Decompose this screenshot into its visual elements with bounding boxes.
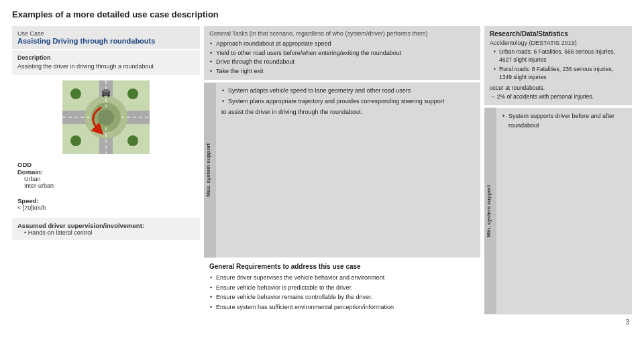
- use-case-label: Use Case: [17, 30, 195, 37]
- description-label: Description: [17, 54, 195, 61]
- research-box: Research/Data/Statistics Accidentology (…: [484, 26, 632, 105]
- use-case-title: Assisting Driving through roundabouts: [17, 37, 195, 45]
- svg-rect-17: [103, 89, 109, 92]
- driver-box: Assumed driver supervision/involvement: …: [12, 218, 200, 240]
- speed-label: Speed:: [17, 197, 195, 204]
- req-bullet-3: Ensure system has sufficient environment…: [209, 302, 475, 312]
- svg-point-15: [70, 135, 81, 146]
- general-req-label: General Requirements to address this use…: [209, 263, 475, 270]
- task-item-3: Take the right exit: [209, 67, 475, 76]
- use-case-box: Use Case Assisting Driving through round…: [12, 26, 200, 49]
- min-system-support-label: Min. system support: [484, 108, 496, 314]
- page-number: 3: [12, 318, 632, 326]
- general-tasks-list: Approach roundabout at appropriate speed…: [209, 40, 475, 76]
- arrow-text: → 2% of accidents with personal injuries…: [490, 93, 627, 101]
- general-tasks-box: General Tasks (in that scenario, regardl…: [204, 26, 480, 80]
- general-req-box: General Requirements to address this use…: [204, 260, 480, 314]
- research-subtitle: Accidentology (DESTATIS 2019): [490, 40, 627, 46]
- odd-title: ODD: [17, 161, 195, 168]
- research-list: Urban roads: 6 Fatalities, 566 serious i…: [490, 48, 627, 82]
- max-support-bullet-0: System adapts vehicle speed to lane geom…: [221, 86, 475, 96]
- research-title: Research/Data/Statistics: [490, 30, 627, 38]
- research-rural: Rural roads: 8 Fatalities, 236 serious i…: [494, 66, 627, 82]
- page-title: Examples of a more detailed use case des…: [12, 9, 632, 19]
- odd-box: ODD Domain: Urban Inter-urban: [12, 161, 200, 189]
- task-item-0: Approach roundabout at appropriate speed: [209, 40, 475, 49]
- max-support-bullet-1: System plans appropriate trajectory and …: [221, 97, 475, 107]
- svg-point-13: [127, 88, 138, 99]
- max-system-support-label: Max. system support: [204, 82, 216, 257]
- req-bullet-2: Ensure vehicle behavior remains controll…: [209, 292, 475, 302]
- main-grid: Use Case Assisting Driving through round…: [12, 26, 632, 314]
- roundabout-diagram: [62, 80, 150, 154]
- assist-text: to assist the driver in driving through …: [221, 109, 475, 115]
- middle-column: General Tasks (in that scenario, regardl…: [204, 26, 480, 314]
- general-tasks-label: General Tasks (in that scenario, regardl…: [209, 30, 475, 37]
- svg-point-14: [127, 135, 138, 146]
- req-bullet-0: Ensure driver supervises the vehicle beh…: [209, 273, 475, 282]
- occur-text: occur at roundabouts.: [490, 84, 627, 93]
- research-text: Urban roads: 6 Fatalities, 566 serious i…: [490, 48, 627, 101]
- min-support-content: System supports driver before and after …: [496, 108, 632, 314]
- min-support-row: Min. system support System supports driv…: [484, 108, 632, 314]
- speed-box: Speed: < [70]km/h: [12, 193, 200, 215]
- speed-value: < [70]km/h: [17, 204, 195, 211]
- max-support-content: System adapts vehicle speed to lane geom…: [216, 82, 480, 257]
- req-bullet-1: Ensure vehicle behavior is predictable t…: [209, 283, 475, 292]
- task-item-1: Yield to other road users before/when en…: [209, 49, 475, 58]
- svg-point-7: [98, 109, 114, 125]
- driver-item-0: • Hands-on lateral control: [17, 229, 195, 236]
- left-column: Use Case Assisting Driving through round…: [12, 26, 200, 314]
- odd-domain-label: Domain:: [17, 168, 195, 176]
- description-box: Description Assisting the driver in driv…: [12, 50, 200, 75]
- task-item-2: Drive through the roundabout: [209, 58, 475, 67]
- svg-point-19: [108, 95, 110, 97]
- svg-point-18: [103, 95, 105, 97]
- research-urban: Urban roads: 6 Fatalities, 566 serious i…: [494, 48, 627, 64]
- svg-point-12: [70, 88, 81, 99]
- description-text: Assisting the driver in driving through …: [17, 62, 195, 71]
- min-support-bullet: System supports driver before and after …: [502, 112, 627, 130]
- odd-item-urban: Urban: [17, 176, 195, 182]
- page: Examples of a more detailed use case des…: [0, 0, 644, 362]
- right-column: Research/Data/Statistics Accidentology (…: [484, 26, 632, 314]
- odd-item-interurban: Inter-urban: [17, 182, 195, 189]
- max-support-row: Max. system support System adapts vehicl…: [204, 82, 480, 257]
- driver-label: Assumed driver supervision/involvement:: [17, 222, 195, 229]
